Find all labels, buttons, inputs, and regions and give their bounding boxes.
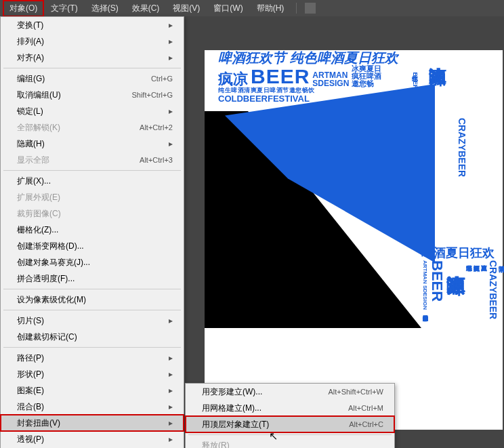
submenu-arrow-icon: ▸ (169, 35, 173, 47)
menu-item-label: 变换(T) (17, 19, 43, 31)
submenu-arrow-icon: ▸ (169, 433, 173, 445)
menu-shortcut: Alt+Ctrl+2 (140, 121, 173, 134)
menu-item-label: 透视(P) (17, 433, 44, 445)
menu-item-29[interactable]: 透视(P)▸ (1, 431, 184, 447)
menu-item-2[interactable]: 对齐(A)▸ (1, 49, 184, 66)
submenu-arrow-icon: ▸ (169, 138, 173, 150)
submenu-item-label: 释放(R) (202, 439, 230, 448)
menu-type[interactable]: 文字(T) (44, 0, 84, 17)
submenu-arrow-icon: ▸ (169, 384, 173, 396)
submenu-arrow-icon: ▸ (169, 352, 173, 364)
menu-item-11[interactable]: 扩展(X)... (1, 173, 184, 189)
menu-item-label: 显示全部 (17, 154, 49, 166)
menu-item-24[interactable]: 路径(P)▸ (1, 350, 184, 366)
menu-separator (3, 68, 181, 68)
artboard[interactable]: 啤酒狂欢节 纯色啤酒夏日狂欢 疯凉 BEER ARTMAN SDESIGN 冰爽… (205, 50, 503, 430)
menu-item-label: 封套扭曲(V) (17, 417, 60, 429)
menu-item-27[interactable]: 混合(B)▸ (1, 399, 184, 415)
menu-item-label: 编组(G) (17, 73, 45, 85)
submenu-item-3: 释放(R) (186, 437, 394, 448)
menu-item-label: 图案(E) (17, 384, 44, 396)
menu-window[interactable]: 窗口(W) (207, 0, 249, 17)
menu-item-label: 形状(P) (17, 368, 44, 380)
menu-shortcut: Shift+Ctrl+G (131, 89, 173, 101)
submenu-item-0[interactable]: 用变形建立(W)...Alt+Shift+Ctrl+W (186, 384, 394, 400)
object-menu-dropdown: 变换(T)▸排列(A)▸对齐(A)▸编组(G)Ctrl+G取消编组(U)Shif… (0, 16, 184, 448)
submenu-item-label: 用顶层对象建立(T) (202, 418, 269, 430)
menu-item-label: 全部解锁(K) (17, 121, 60, 134)
menu-item-label: 排列(A) (17, 35, 44, 47)
submenu-item-2[interactable]: 用顶层对象建立(T)Alt+Ctrl+C (186, 416, 394, 432)
menu-item-25[interactable]: 形状(P)▸ (1, 366, 184, 382)
menubar: 对象(O) 文字(T) 选择(S) 效果(C) 视图(V) 窗口(W) 帮助(H… (0, 0, 504, 16)
menu-select[interactable]: 选择(S) (85, 0, 125, 17)
menu-view[interactable]: 视图(V) (166, 0, 207, 17)
menu-item-label: 拼合透明度(F)... (17, 272, 75, 285)
menu-item-8[interactable]: 隐藏(H)▸ (1, 136, 184, 152)
menu-item-26[interactable]: 图案(E)▸ (1, 382, 184, 399)
menu-item-label: 创建渐变网格(D)... (17, 240, 84, 252)
submenu-item-1[interactable]: 用网格建立(M)...Alt+Ctrl+M (186, 400, 394, 416)
menu-item-0[interactable]: 变换(T)▸ (1, 17, 184, 33)
menu-item-19[interactable]: 设为像素级优化(M) (1, 291, 184, 308)
menu-shortcut: Alt+Ctrl+3 (140, 154, 173, 166)
submenu-arrow-icon: ▸ (169, 52, 173, 64)
menu-item-label: 取消编组(U) (17, 89, 61, 101)
menu-separator (3, 289, 181, 289)
menu-separator (3, 170, 181, 171)
menu-item-5[interactable]: 取消编组(U)Shift+Ctrl+G (1, 87, 184, 103)
menu-separator (3, 347, 181, 348)
menu-item-16[interactable]: 创建对象马赛克(J)... (1, 254, 184, 270)
menu-item-17[interactable]: 拼合透明度(F)... (1, 270, 184, 287)
toolbar-icon[interactable] (305, 3, 316, 14)
submenu-arrow-icon: ▸ (169, 314, 173, 327)
menu-item-15[interactable]: 创建渐变网格(D)... (1, 238, 184, 254)
menu-item-7: 全部解锁(K)Alt+Ctrl+2 (1, 119, 184, 136)
menu-object[interactable]: 对象(O) (3, 0, 44, 17)
menu-item-13: 裁剪图像(C) (1, 205, 184, 222)
menu-item-label: 设为像素级优化(M) (17, 293, 86, 306)
menu-item-9: 显示全部Alt+Ctrl+3 (1, 152, 184, 168)
divider (296, 3, 297, 14)
menu-separator (3, 310, 181, 310)
submenu-arrow-icon: ▸ (169, 105, 173, 117)
menu-effect[interactable]: 效果(C) (125, 0, 167, 17)
menu-item-label: 路径(P) (17, 352, 44, 364)
menu-item-21[interactable]: 切片(S)▸ (1, 312, 184, 329)
menu-item-1[interactable]: 排列(A)▸ (1, 33, 184, 49)
submenu-arrow-icon: ▸ (169, 368, 173, 380)
submenu-item-label: 用变形建立(W)... (202, 386, 262, 398)
submenu-arrow-icon: ▸ (169, 19, 173, 31)
menu-item-label: 隐藏(H) (17, 138, 45, 150)
menu-item-label: 裁剪图像(C) (17, 207, 61, 220)
mouse-cursor: ↖ (269, 430, 278, 443)
submenu-shortcut: Alt+Ctrl+M (348, 402, 383, 414)
artwork-lower-block: 啤酒夏日狂欢 ARTMAN SDESIGN 纯生啤酒清爽夏日啤酒节邀您畅饮 BE… (421, 247, 504, 369)
envelope-distort-submenu: 用变形建立(W)...Alt+Shift+Ctrl+W用网格建立(M)...Al… (185, 383, 395, 448)
menu-item-12: 扩展外观(E) (1, 189, 184, 205)
artwork-crazy: CRAZYBEER (457, 118, 467, 260)
menu-item-label: 扩展外观(E) (17, 191, 60, 203)
submenu-arrow-icon: ▸ (169, 401, 173, 413)
submenu-item-label: 用网格建立(M)... (202, 402, 261, 414)
menu-item-4[interactable]: 编组(G)Ctrl+G (1, 70, 184, 87)
submenu-shortcut: Alt+Ctrl+C (349, 418, 383, 430)
submenu-separator (188, 434, 392, 435)
menu-item-label: 栅格化(Z)... (17, 224, 58, 236)
menu-item-label: 对齐(A) (17, 52, 44, 64)
menu-shortcut: Ctrl+G (151, 73, 173, 85)
menu-item-label: 创建对象马赛克(J)... (17, 256, 90, 268)
menu-item-28[interactable]: 封套扭曲(V)▸ (1, 415, 184, 431)
menu-item-label: 切片(S) (17, 314, 44, 327)
submenu-shortcut: Alt+Shift+Ctrl+W (328, 386, 383, 398)
menu-item-22[interactable]: 创建裁切标记(C) (1, 329, 184, 345)
menu-item-label: 扩展(X)... (17, 175, 51, 187)
menu-item-label: 混合(B) (17, 401, 44, 413)
menu-item-label: 锁定(L) (17, 105, 43, 117)
menu-item-6[interactable]: 锁定(L)▸ (1, 103, 184, 119)
submenu-arrow-icon: ▸ (169, 417, 173, 429)
menu-help[interactable]: 帮助(H) (250, 0, 291, 17)
menu-item-label: 创建裁切标记(C) (17, 331, 77, 343)
menu-item-14[interactable]: 栅格化(Z)... (1, 222, 184, 238)
